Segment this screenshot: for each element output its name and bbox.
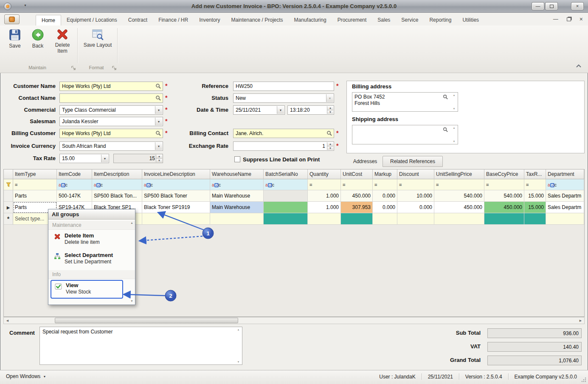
save-button[interactable]: Save [5,28,25,49]
grid-cell[interactable]: 15.000 [524,202,546,213]
grid-cell[interactable] [210,213,264,225]
salesman-field[interactable]: Julanda Kessler ▼ [59,117,163,126]
column-header-invoicelinedescription[interactable]: InvoiceLineDescription [142,169,210,179]
filter-cell-quantity[interactable]: = [308,179,341,190]
customer-name-field[interactable]: Hope Works (Pty) Ltd [59,82,163,91]
billing-contact-field[interactable]: Jane. Alrich. [233,129,334,138]
time-field[interactable]: 13:18:20 ▲ ▼ [287,105,334,115]
grid-cell[interactable]: 450.000 [434,202,484,213]
grid-cell[interactable]: 0.000 [373,202,397,213]
format-group-launcher[interactable] [112,66,117,71]
invoice-currency-field[interactable]: South African Rand ▼ [59,141,163,151]
tax-rate-value-field[interactable]: 15 ▲ ▼ [113,154,163,163]
spinner[interactable]: ▲ ▼ [327,106,333,114]
search-icon[interactable] [443,94,448,100]
dropdown-button[interactable]: ▼ [155,142,162,150]
grid-cell[interactable]: 1.000 [308,190,341,202]
shipping-address-field[interactable]: ▲ ▼ [352,125,458,144]
scrollbar[interactable]: ▲ ▼ [451,126,457,144]
dropdown-button[interactable]: ▼ [101,155,108,162]
scrollbar[interactable]: ▲ ▼ [235,328,242,364]
resize-grip[interactable] [581,377,587,383]
mdi-close-button[interactable]: × [580,16,583,23]
suppress-line-detail-checkbox[interactable] [234,156,240,162]
filter-cell-itemdescription[interactable]: aBc [92,179,142,190]
grid-cell[interactable]: Parts [13,190,57,202]
menu-item-delete-item[interactable]: Delete Item Delete line item [48,230,135,249]
tab-home[interactable]: Home [36,15,61,25]
dropdown-button[interactable]: ▼ [155,106,162,114]
filter-cell-batchserialno[interactable]: aBc [264,179,308,190]
contact-name-field[interactable] [59,93,163,103]
grid-cell[interactable]: 450.000 [341,190,373,202]
scrollbar[interactable]: ▲ ▼ [451,93,457,111]
filter-cell-department[interactable]: aBc [546,179,584,190]
tab-utilities[interactable]: Utilities [457,15,484,25]
grid-cell[interactable] [397,213,434,225]
menu-item-view[interactable]: View View Stock [51,280,123,299]
search-icon[interactable] [155,130,161,136]
grid-cell[interactable] [264,202,308,213]
grid-cell[interactable]: Black Toner SP1919 [142,202,210,213]
grid-cell[interactable] [264,190,308,202]
column-header-warehousename[interactable]: WarehouseName [210,169,264,179]
grid-cell[interactable] [142,213,210,225]
grid-cell[interactable]: Main Warehouse [210,190,264,202]
grid-cell[interactable]: 10.000 [397,190,434,202]
delete-item-button[interactable]: Delete Item [50,28,75,54]
column-header-itemtype[interactable]: ItemType [13,169,57,179]
grid-cell[interactable] [341,213,373,225]
tab-addresses[interactable]: Addresses [349,156,381,167]
grid-cell[interactable]: Sales Departm [546,190,584,202]
column-header-unitcost[interactable]: UnitCost [341,169,373,179]
exchange-rate-field[interactable]: 1 ▲ ▼ [233,141,334,151]
app-menu-button[interactable] [4,14,20,24]
mdi-minimize-button[interactable]: — [553,16,558,22]
grid-cell[interactable]: 15.000 [524,190,546,202]
filter-cell-markup[interactable]: = [373,179,397,190]
save-layout-button[interactable]: Save Layout [82,28,114,48]
dropdown-button[interactable]: ▼ [277,106,284,114]
new-row-indicator[interactable]: * [4,213,13,225]
scroll-left-button[interactable]: ◀ [4,317,11,324]
search-icon[interactable] [155,95,161,101]
grid-cell[interactable] [524,213,546,225]
maximize-button[interactable] [545,2,558,10]
dropdown-button[interactable]: ▼ [155,118,162,125]
tab-service[interactable]: Service [396,15,424,25]
back-button[interactable]: Back [27,28,48,49]
filter-cell-itemtype[interactable]: = [13,179,57,190]
grid-cell[interactable]: 0.000 [397,202,434,213]
filter-cell-discount[interactable]: = [397,179,434,190]
grid-cell[interactable] [373,213,397,225]
spinner[interactable]: ▲ ▼ [156,155,162,162]
grid-cell[interactable]: SP500 Black Toner [142,190,210,202]
column-header-batchserialno[interactable]: BatchSerialNo [264,169,308,179]
grid-cell[interactable]: 450.000 [484,202,524,213]
grid-cell[interactable]: 500-147K [57,190,92,202]
grid-cell[interactable] [308,213,341,225]
grid-cell[interactable]: 0.000 [373,190,397,202]
grid-cell[interactable]: Sales Departm [546,202,584,213]
column-header-baseccyprice[interactable]: BaseCcyPrice [484,169,524,179]
column-header-department[interactable]: Department [546,169,584,179]
column-header-itemcode[interactable]: ItemCode [57,169,92,179]
date-field[interactable]: 25/11/2021 ▼ [233,105,285,115]
filter-cell-unitcost[interactable]: = [341,179,373,190]
grid-cell[interactable]: Main Warehouse [210,202,264,213]
grid-cell[interactable] [546,213,584,225]
comment-field[interactable]: Special request from Customer ▲ ▼ [39,327,242,365]
tab-maintenance-projects[interactable]: Maintenance / Projects [226,15,289,25]
mdi-restore-button[interactable] [567,17,571,21]
maintain-group-launcher[interactable] [71,66,76,71]
row-indicator[interactable] [4,190,13,202]
grid-cell[interactable] [484,213,524,225]
tab-sales[interactable]: Sales [372,15,396,25]
billing-customer-field[interactable]: Hope Works (Pty) Ltd [59,129,163,138]
ribbon-collapse-button[interactable] [575,63,582,69]
grid-cell[interactable] [264,213,308,225]
tab-manufacturing[interactable]: Manufacturing [289,15,332,25]
grid-cell[interactable] [434,213,484,225]
commercial-field[interactable]: Type Class Commercial ▼ [59,105,163,115]
search-icon[interactable] [155,83,161,89]
